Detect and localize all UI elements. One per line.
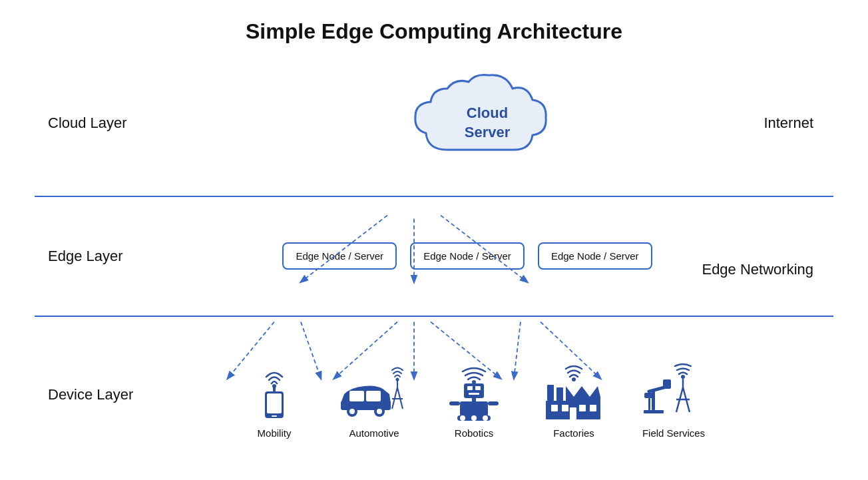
field-services-label: Field Services [642, 427, 705, 439]
svg-rect-45 [644, 410, 664, 413]
device-item-mobility: Mobility [224, 362, 324, 439]
svg-rect-1 [273, 386, 276, 391]
svg-point-14 [377, 409, 382, 414]
svg-point-30 [572, 377, 576, 381]
page-title: Simple Edge Computing Architecture [35, 7, 833, 51]
svg-rect-39 [570, 407, 576, 419]
svg-rect-50 [648, 398, 650, 410]
edge-layer-content: Edge Node / Server Edge Node / Server Ed… [141, 242, 833, 270]
device-layer: Device Layer [35, 317, 833, 473]
svg-rect-37 [579, 405, 586, 411]
svg-rect-21 [469, 393, 479, 395]
edge-nodes-container: Edge Node / Server Edge Node / Server Ed… [282, 242, 652, 270]
internet-label: Internet [763, 115, 813, 132]
svg-point-5 [396, 377, 399, 381]
svg-marker-34 [566, 386, 600, 401]
svg-rect-25 [488, 401, 499, 405]
svg-rect-15 [349, 391, 364, 401]
svg-rect-35 [551, 405, 558, 411]
svg-point-28 [471, 415, 477, 421]
edge-node-1: Edge Node / Server [282, 242, 397, 270]
svg-rect-24 [449, 401, 460, 405]
cloud-layer: Cloud Layer CloudServer Internet [35, 51, 833, 197]
device-layer-label: Device Layer [35, 386, 141, 403]
device-layer-content: Mobility [141, 352, 833, 439]
device-item-factories: Factories [524, 362, 624, 439]
svg-rect-19 [467, 386, 473, 390]
mobility-icon [248, 362, 301, 422]
svg-point-29 [483, 415, 488, 421]
robotics-icon [444, 362, 504, 422]
layers-container: Cloud Layer CloudServer Internet Edge L [35, 51, 833, 473]
svg-rect-48 [663, 379, 671, 389]
mobility-label: Mobility [258, 427, 292, 439]
cloud-server-text: CloudServer [465, 104, 511, 142]
automotive-icon [337, 362, 411, 422]
cloud-server-wrapper: CloudServer [407, 70, 567, 176]
edge-networking-label: Edge Networking [702, 261, 813, 278]
device-item-field-services: Field Services [624, 362, 724, 439]
factories-icon-area [541, 362, 607, 422]
diagram: Simple Edge Computing Architecture Cloud… [35, 7, 833, 473]
svg-point-12 [349, 409, 355, 414]
svg-rect-18 [464, 383, 484, 398]
svg-rect-23 [460, 401, 488, 416]
mobility-icon-area [248, 362, 301, 422]
svg-rect-20 [475, 386, 481, 390]
device-item-robotics: Robotics [424, 362, 524, 439]
edge-node-3: Edge Node / Server [538, 242, 652, 270]
svg-rect-16 [366, 391, 381, 401]
field-services-icon [640, 362, 707, 422]
svg-rect-49 [644, 393, 654, 398]
cloud-layer-content: CloudServer Internet [141, 70, 833, 176]
edge-layer: Edge Layer Edge Node / Server Edge Node … [35, 197, 833, 317]
cloud-layer-label: Cloud Layer [35, 115, 141, 132]
svg-point-40 [681, 375, 685, 379]
svg-point-27 [460, 415, 465, 421]
robotics-icon-area [444, 362, 504, 422]
svg-rect-36 [562, 405, 568, 411]
svg-rect-38 [590, 405, 596, 411]
factories-label: Factories [553, 427, 594, 439]
svg-rect-4 [272, 415, 277, 417]
svg-rect-22 [472, 398, 476, 401]
edge-layer-label: Edge Layer [35, 248, 141, 265]
automotive-label: Automotive [349, 427, 399, 439]
svg-rect-31 [547, 385, 554, 401]
device-item-automotive: Automotive [324, 362, 424, 439]
field-services-icon-area [640, 362, 707, 422]
svg-rect-32 [556, 387, 563, 401]
automotive-icon-area [337, 362, 411, 422]
factories-icon [541, 362, 607, 422]
robotics-label: Robotics [455, 427, 493, 439]
svg-rect-3 [267, 393, 282, 413]
edge-node-2: Edge Node / Server [410, 242, 525, 270]
device-icons-container: Mobility [128, 352, 820, 439]
